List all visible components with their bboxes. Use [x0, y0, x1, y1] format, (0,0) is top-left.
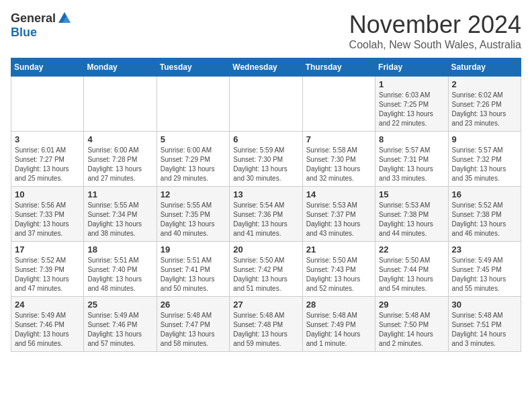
- day-info: Sunrise: 5:50 AM Sunset: 7:42 PM Dayligh…: [233, 256, 298, 293]
- calendar-day-cell: [11, 77, 84, 132]
- title-area: November 2024 Coolah, New South Wales, A…: [349, 11, 521, 51]
- day-number: 7: [306, 134, 371, 144]
- calendar-day-cell: 19Sunrise: 5:51 AM Sunset: 7:41 PM Dayli…: [157, 242, 229, 297]
- calendar-day-cell: [84, 77, 157, 132]
- day-info: Sunrise: 6:01 AM Sunset: 7:27 PM Dayligh…: [15, 146, 80, 183]
- calendar-day-cell: 9Sunrise: 5:57 AM Sunset: 7:32 PM Daylig…: [448, 132, 521, 187]
- weekday-header: Tuesday: [157, 58, 229, 77]
- day-number: 5: [161, 134, 226, 144]
- day-number: 3: [15, 134, 80, 144]
- calendar-day-cell: 16Sunrise: 5:52 AM Sunset: 7:38 PM Dayli…: [448, 187, 521, 242]
- day-info: Sunrise: 6:02 AM Sunset: 7:26 PM Dayligh…: [452, 91, 517, 128]
- calendar-day-cell: 3Sunrise: 6:01 AM Sunset: 7:27 PM Daylig…: [11, 132, 84, 187]
- calendar-day-cell: 5Sunrise: 6:00 AM Sunset: 7:29 PM Daylig…: [157, 132, 229, 187]
- day-number: 16: [452, 189, 517, 199]
- day-info: Sunrise: 5:49 AM Sunset: 7:46 PM Dayligh…: [87, 311, 152, 349]
- weekday-header: Thursday: [302, 58, 375, 77]
- day-info: Sunrise: 5:59 AM Sunset: 7:30 PM Dayligh…: [233, 146, 298, 183]
- calendar-day-cell: 4Sunrise: 6:00 AM Sunset: 7:28 PM Daylig…: [84, 132, 157, 187]
- day-number: 27: [233, 300, 298, 310]
- day-info: Sunrise: 5:50 AM Sunset: 7:44 PM Dayligh…: [379, 256, 444, 293]
- day-info: Sunrise: 5:57 AM Sunset: 7:31 PM Dayligh…: [379, 146, 444, 183]
- calendar-day-cell: 2Sunrise: 6:02 AM Sunset: 7:26 PM Daylig…: [448, 77, 521, 132]
- day-number: 8: [379, 134, 444, 144]
- calendar-day-cell: [230, 77, 302, 132]
- day-info: Sunrise: 5:48 AM Sunset: 7:50 PM Dayligh…: [379, 311, 444, 349]
- calendar-day-cell: 14Sunrise: 5:53 AM Sunset: 7:37 PM Dayli…: [302, 187, 375, 242]
- calendar-day-cell: 28Sunrise: 5:48 AM Sunset: 7:49 PM Dayli…: [302, 297, 375, 352]
- day-info: Sunrise: 5:48 AM Sunset: 7:51 PM Dayligh…: [452, 311, 517, 349]
- day-number: 24: [15, 300, 80, 310]
- day-info: Sunrise: 5:52 AM Sunset: 7:39 PM Dayligh…: [15, 256, 80, 293]
- calendar-day-cell: 30Sunrise: 5:48 AM Sunset: 7:51 PM Dayli…: [448, 297, 521, 352]
- day-info: Sunrise: 5:48 AM Sunset: 7:48 PM Dayligh…: [233, 311, 298, 349]
- calendar-day-cell: 1Sunrise: 6:03 AM Sunset: 7:25 PM Daylig…: [375, 77, 448, 132]
- logo: General Blue: [11, 11, 72, 40]
- day-info: Sunrise: 6:03 AM Sunset: 7:25 PM Dayligh…: [379, 91, 444, 128]
- weekday-header: Friday: [375, 58, 448, 77]
- location-title: Coolah, New South Wales, Australia: [349, 39, 521, 51]
- day-number: 12: [161, 189, 226, 199]
- day-number: 23: [452, 244, 517, 255]
- day-number: 19: [161, 244, 226, 255]
- day-info: Sunrise: 5:51 AM Sunset: 7:41 PM Dayligh…: [161, 256, 226, 293]
- calendar-week-row: 1Sunrise: 6:03 AM Sunset: 7:25 PM Daylig…: [11, 77, 521, 132]
- weekday-header: Saturday: [448, 58, 521, 77]
- calendar-day-cell: 29Sunrise: 5:48 AM Sunset: 7:50 PM Dayli…: [375, 297, 448, 352]
- calendar-day-cell: 18Sunrise: 5:51 AM Sunset: 7:40 PM Dayli…: [84, 242, 157, 297]
- calendar-day-cell: 15Sunrise: 5:53 AM Sunset: 7:38 PM Dayli…: [375, 187, 448, 242]
- day-info: Sunrise: 5:51 AM Sunset: 7:40 PM Dayligh…: [87, 256, 152, 293]
- day-info: Sunrise: 5:48 AM Sunset: 7:47 PM Dayligh…: [161, 311, 226, 349]
- day-number: 26: [161, 300, 226, 310]
- day-number: 20: [233, 244, 298, 255]
- calendar-day-cell: 6Sunrise: 5:59 AM Sunset: 7:30 PM Daylig…: [230, 132, 302, 187]
- day-number: 9: [452, 134, 517, 144]
- calendar-day-cell: 10Sunrise: 5:56 AM Sunset: 7:33 PM Dayli…: [11, 187, 84, 242]
- logo-general-text: General: [11, 11, 56, 26]
- calendar-week-row: 3Sunrise: 6:01 AM Sunset: 7:27 PM Daylig…: [11, 132, 521, 187]
- day-info: Sunrise: 5:49 AM Sunset: 7:46 PM Dayligh…: [15, 311, 80, 349]
- calendar-day-cell: 11Sunrise: 5:55 AM Sunset: 7:34 PM Dayli…: [84, 187, 157, 242]
- day-info: Sunrise: 5:49 AM Sunset: 7:45 PM Dayligh…: [452, 256, 517, 293]
- calendar-day-cell: 7Sunrise: 5:58 AM Sunset: 7:30 PM Daylig…: [302, 132, 375, 187]
- calendar-day-cell: 24Sunrise: 5:49 AM Sunset: 7:46 PM Dayli…: [11, 297, 84, 352]
- day-info: Sunrise: 6:00 AM Sunset: 7:28 PM Dayligh…: [87, 146, 152, 183]
- calendar-header-row: SundayMondayTuesdayWednesdayThursdayFrid…: [11, 58, 521, 77]
- day-info: Sunrise: 5:57 AM Sunset: 7:32 PM Dayligh…: [452, 146, 517, 183]
- day-number: 1: [379, 79, 444, 89]
- calendar-day-cell: 22Sunrise: 5:50 AM Sunset: 7:44 PM Dayli…: [375, 242, 448, 297]
- calendar-day-cell: 13Sunrise: 5:54 AM Sunset: 7:36 PM Dayli…: [230, 187, 302, 242]
- day-info: Sunrise: 5:55 AM Sunset: 7:35 PM Dayligh…: [161, 201, 226, 238]
- day-number: 6: [233, 134, 298, 144]
- calendar-week-row: 24Sunrise: 5:49 AM Sunset: 7:46 PM Dayli…: [11, 297, 521, 352]
- day-number: 10: [15, 189, 80, 199]
- day-number: 18: [87, 244, 152, 255]
- day-info: Sunrise: 5:56 AM Sunset: 7:33 PM Dayligh…: [15, 201, 80, 238]
- day-number: 30: [452, 300, 517, 310]
- logo-blue-text: Blue: [11, 26, 37, 40]
- calendar-day-cell: 25Sunrise: 5:49 AM Sunset: 7:46 PM Dayli…: [84, 297, 157, 352]
- day-info: Sunrise: 5:54 AM Sunset: 7:36 PM Dayligh…: [233, 201, 298, 238]
- day-number: 4: [87, 134, 152, 144]
- calendar-day-cell: 12Sunrise: 5:55 AM Sunset: 7:35 PM Dayli…: [157, 187, 229, 242]
- day-number: 21: [306, 244, 371, 255]
- calendar-week-row: 10Sunrise: 5:56 AM Sunset: 7:33 PM Dayli…: [11, 187, 521, 242]
- day-number: 28: [306, 300, 371, 310]
- calendar-day-cell: 23Sunrise: 5:49 AM Sunset: 7:45 PM Dayli…: [448, 242, 521, 297]
- day-number: 14: [306, 189, 371, 199]
- day-info: Sunrise: 5:55 AM Sunset: 7:34 PM Dayligh…: [87, 201, 152, 238]
- calendar-day-cell: 21Sunrise: 5:50 AM Sunset: 7:43 PM Dayli…: [302, 242, 375, 297]
- calendar-day-cell: 27Sunrise: 5:48 AM Sunset: 7:48 PM Dayli…: [230, 297, 302, 352]
- day-info: Sunrise: 5:58 AM Sunset: 7:30 PM Dayligh…: [306, 146, 371, 183]
- day-number: 11: [87, 189, 152, 199]
- calendar-day-cell: [157, 77, 229, 132]
- calendar-day-cell: 8Sunrise: 5:57 AM Sunset: 7:31 PM Daylig…: [375, 132, 448, 187]
- day-number: 2: [452, 79, 517, 89]
- page-header: General Blue November 2024 Coolah, New S…: [11, 11, 521, 51]
- month-title: November 2024: [349, 11, 521, 39]
- weekday-header: Sunday: [11, 58, 84, 77]
- calendar-table: SundayMondayTuesdayWednesdayThursdayFrid…: [11, 58, 521, 352]
- weekday-header: Monday: [84, 58, 157, 77]
- day-info: Sunrise: 5:52 AM Sunset: 7:38 PM Dayligh…: [452, 201, 517, 238]
- weekday-header: Wednesday: [230, 58, 302, 77]
